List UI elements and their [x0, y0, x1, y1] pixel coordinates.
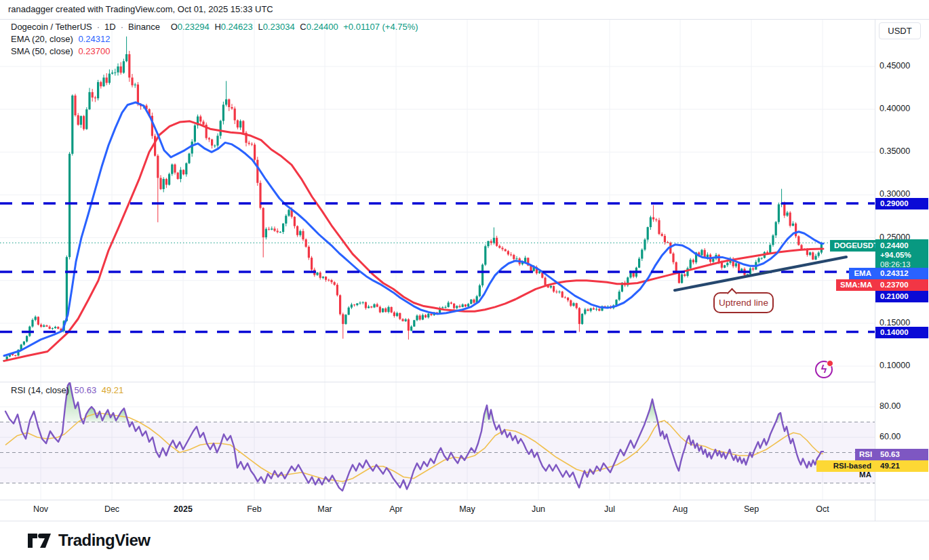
rsi-legend-value: 50.63 — [75, 385, 97, 395]
ema-chip: EMA — [849, 268, 875, 279]
attribution-text: ranadagger created with TradingView.com,… — [8, 4, 273, 14]
support-level-badge: 0.21000 — [875, 291, 928, 302]
month-label-jun: Jun — [523, 504, 553, 514]
sma-chip: SMA:MA — [836, 279, 875, 291]
symbol-title: Dogecoin / TetherUS — [11, 22, 92, 32]
rsi-chip: RSI — [855, 449, 875, 460]
close-value: 0.24400 — [307, 22, 338, 32]
price-chart-canvas[interactable] — [0, 0, 929, 560]
month-label-mar: Mar — [310, 504, 340, 514]
symbol-exchange: Binance — [128, 22, 160, 32]
high-value: 0.24623 — [221, 22, 253, 32]
rsi-tick-label: 80.00 — [879, 401, 901, 411]
lightning-events-icon[interactable]: ϟ — [815, 361, 833, 378]
symbol-interval: 1D — [104, 22, 116, 32]
month-label-aug: Aug — [665, 504, 695, 514]
rsi-legend: RSI (14, close) 50.63 49.21 — [11, 385, 126, 395]
month-label-2025: 2025 — [168, 504, 198, 514]
month-label-jul: Jul — [595, 504, 625, 514]
tradingview-logo[interactable]: TradingView — [27, 531, 150, 550]
price-tick-label: 0.40000 — [879, 104, 910, 113]
rsi-ma-value-badge: 49.21 — [875, 460, 928, 472]
lower-support-level-badge: 0.14000 — [875, 327, 928, 338]
month-label-dec: Dec — [97, 504, 127, 514]
change-value: +0.01107 (+4.75%) — [343, 22, 418, 32]
uptrend-line-callout[interactable]: Uptrend line — [713, 292, 774, 313]
change-percent: +94.05% — [880, 250, 928, 260]
currency-toggle-button[interactable]: USDT — [879, 22, 921, 39]
tradingview-wordmark: TradingView — [58, 531, 150, 550]
price-tick-label: 0.10000 — [879, 361, 910, 370]
rsi-tick-label: 60.00 — [879, 432, 901, 441]
last-price: 0.24400 — [880, 241, 928, 250]
price-tick-label: 0.15000 — [879, 318, 910, 327]
rsi-ma-legend-value: 49.21 — [102, 385, 124, 395]
price-tick-label: 0.35000 — [879, 146, 910, 156]
rsi-value-badge: 50.63 — [875, 449, 928, 460]
chart-top-border — [0, 19, 929, 20]
ema-legend-value: 0.24312 — [78, 34, 110, 44]
sma-legend: SMA (50, close) 0.23700 — [11, 46, 113, 56]
symbol-legend: Dogecoin / TetherUS·1D·Binance O0.23294 … — [11, 22, 421, 32]
symbol-name-chip: DOGEUSDT — [830, 240, 875, 252]
open-value: 0.23294 — [178, 22, 210, 32]
resistance-level-badge: 0.29000 — [875, 198, 928, 209]
pane-divider — [0, 382, 875, 382]
last-price-badge: 0.24400 +94.05% 08:26:13 — [875, 239, 928, 269]
tradingview-logo-mark — [27, 531, 52, 550]
month-label-feb: Feb — [239, 504, 269, 514]
month-label-apr: Apr — [381, 504, 411, 514]
ema-value-badge: 0.24312 — [875, 268, 928, 279]
sma-value-badge: 0.23700 — [875, 279, 928, 291]
month-label-sep: Sep — [736, 504, 766, 514]
price-tick-label: 0.45000 — [879, 61, 910, 71]
rsi-ma-chip: RSI-based MA — [816, 460, 875, 472]
sma-legend-value: 0.23700 — [78, 46, 110, 56]
low-value: 0.23034 — [263, 22, 295, 32]
month-label-nov: Nov — [26, 504, 56, 514]
month-label-oct: Oct — [808, 504, 837, 514]
footer-border — [0, 521, 929, 521]
ema-legend: EMA (20, close) 0.24312 — [11, 34, 113, 44]
tradingview-snapshot: ranadagger created with TradingView.com,… — [0, 0, 929, 560]
time-axis-border — [0, 500, 929, 500]
month-label-may: May — [452, 504, 482, 514]
